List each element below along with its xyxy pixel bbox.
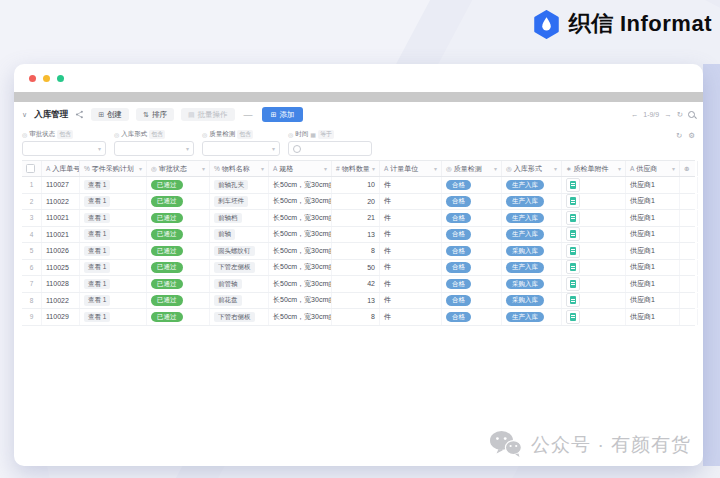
material-name-tag[interactable]: 前轴 — [214, 229, 235, 240]
cell-rownum: 7 — [22, 276, 42, 292]
view-toolbar: ∨ 入库管理 ⊞ 创建 ⇅ 排序 ▤ 批量操作 — ⊞ 添加 ← 1-9 — [14, 102, 703, 127]
attachment-file-button[interactable] — [566, 178, 580, 192]
sort-caret-icon[interactable]: ▾ — [324, 165, 327, 172]
add-button[interactable]: ⊞ 添加 — [262, 107, 304, 122]
filter-field-icon: ◎ — [114, 131, 119, 138]
view-plan-link[interactable]: 查看 1 — [84, 180, 110, 191]
filter-field-name: 入库形式 — [121, 130, 147, 139]
material-name-tag[interactable]: 下管右侧板 — [214, 312, 255, 323]
window-titlebar — [14, 64, 703, 92]
create-button[interactable]: ⊞ 创建 — [91, 108, 129, 122]
column-header-material[interactable]: %物料名称▾ — [210, 161, 269, 176]
page-title: 入库管理 — [34, 109, 68, 121]
attachment-file-button[interactable] — [566, 227, 580, 241]
sort-caret-icon[interactable]: ▾ — [202, 165, 205, 172]
filter-field-name: 质量检测 — [209, 130, 235, 139]
column-header-supplier[interactable]: A供应商▾ — [626, 161, 680, 176]
table-row[interactable]: 9110029查看 1已通过下管右侧板长50cm，宽30cm的SY18件合格生产… — [22, 309, 695, 326]
attachment-file-button[interactable] — [566, 260, 580, 274]
gear-icon[interactable]: ⚙ — [688, 131, 695, 140]
prev-page-arrow[interactable]: ← — [631, 110, 639, 119]
material-name-tag[interactable]: 前轴档 — [214, 213, 242, 224]
sort-caret-icon[interactable]: ▾ — [434, 165, 437, 172]
column-header-unit[interactable]: A计量单位▾ — [380, 161, 442, 176]
column-header-qty[interactable]: #物料数量▾ — [332, 161, 380, 176]
column-label: 入库单号 — [52, 164, 80, 174]
cell-plan: 查看 1 — [80, 227, 147, 243]
column-header-approval[interactable]: ◎审批状态▾ — [147, 161, 210, 176]
column-header-qc[interactable]: ◎质量检测▾ — [442, 161, 502, 176]
sort-button[interactable]: ⇅ 排序 — [136, 108, 174, 122]
material-name-tag[interactable]: 下管左侧板 — [214, 262, 255, 273]
sort-caret-icon[interactable]: ▾ — [672, 165, 675, 172]
attachment-file-button[interactable] — [566, 277, 580, 291]
material-name-tag[interactable]: 前轴孔夹 — [214, 180, 248, 191]
table-row[interactable]: 5110026查看 1已通过圆头螺纹钉长50cm，宽30cm的SY18件合格采购… — [22, 243, 695, 260]
filter-refresh-icon[interactable]: ↻ — [676, 131, 682, 140]
sort-caret-icon[interactable]: ▾ — [554, 165, 557, 172]
cell-plan: 查看 1 — [80, 293, 147, 309]
table-row[interactable]: 2110022查看 1已通过刹车坯件长50cm，宽30cm的SY120件合格生产… — [22, 194, 695, 211]
column-header-addcol[interactable]: ⊕ — [680, 161, 698, 176]
column-header-order[interactable]: A入库单号▾ — [42, 161, 80, 176]
view-plan-link[interactable]: 查看 1 — [84, 196, 110, 207]
material-name-tag[interactable]: 前管轴 — [214, 279, 242, 290]
material-name-tag[interactable]: 前花盘 — [214, 295, 242, 306]
attachment-file-button[interactable] — [566, 211, 580, 225]
cell-qty: 8 — [332, 243, 380, 259]
view-plan-link[interactable]: 查看 1 — [84, 246, 110, 257]
next-page-arrow[interactable]: → — [664, 110, 672, 119]
table-row[interactable]: 6110025查看 1已通过下管左侧板长50cm，宽30cm的SY150件合格生… — [22, 260, 695, 277]
table-row[interactable]: 3110021查看 1已通过前轴档长50cm，宽30cm的SY121件合格生产入… — [22, 210, 695, 227]
cell-addcol — [680, 243, 698, 259]
cell-spec: 长50cm，宽30cm的SY1 — [269, 177, 332, 193]
filter-operator-tag: 包含 — [57, 130, 73, 139]
column-header-rownum[interactable] — [22, 161, 42, 176]
sort-caret-icon[interactable]: ▾ — [618, 165, 621, 172]
attachment-file-button[interactable] — [566, 293, 580, 307]
attachment-file-button[interactable] — [566, 310, 580, 324]
attachment-file-button[interactable] — [566, 194, 580, 208]
table-row[interactable]: 1110027查看 1已通过前轴孔夹长50cm，宽30cm的SY110件合格生产… — [22, 177, 695, 194]
column-label: 审批状态 — [159, 164, 187, 174]
cell-rownum: 5 — [22, 243, 42, 259]
cell-qc: 合格 — [442, 194, 502, 210]
table-row[interactable]: 8110022查看 1已通过前花盘长50cm，宽30cm的SY113件合格采购入… — [22, 293, 695, 310]
table-row[interactable]: 7110028查看 1已通过前管轴长50cm，宽30cm的SY142件合格采购入… — [22, 276, 695, 293]
material-name-tag[interactable]: 圆头螺纹钉 — [214, 246, 255, 257]
attachment-doc-icon — [570, 280, 576, 288]
select-filter-input[interactable]: ▾ — [202, 141, 280, 156]
select-all-checkbox[interactable] — [26, 164, 35, 173]
refresh-icon[interactable]: ↻ — [677, 110, 683, 119]
sort-caret-icon[interactable]: ▾ — [494, 165, 497, 172]
view-plan-link[interactable]: 查看 1 — [84, 213, 110, 224]
maximize-window-button[interactable] — [57, 75, 64, 82]
view-plan-link[interactable]: 查看 1 — [84, 279, 110, 290]
view-plan-link[interactable]: 查看 1 — [84, 312, 110, 323]
select-filter-input[interactable]: ▾ — [114, 141, 194, 156]
sort-caret-icon[interactable]: ▾ — [139, 165, 142, 172]
view-plan-link[interactable]: 查看 1 — [84, 229, 110, 240]
column-header-plan[interactable]: %零件采购计划▾ — [80, 161, 147, 176]
num-field-icon: # — [336, 165, 340, 172]
material-name-tag[interactable]: 刹车坯件 — [214, 196, 248, 207]
calendar-icon: ▦ — [310, 131, 316, 138]
search-icon[interactable] — [688, 111, 695, 118]
column-header-spec[interactable]: A规格▾ — [269, 161, 332, 176]
table-row[interactable]: 4110021查看 1已通过前轴长50cm，宽30cm的SY113件合格生产入库… — [22, 227, 695, 244]
view-plan-link[interactable]: 查看 1 — [84, 262, 110, 273]
close-window-button[interactable] — [29, 75, 36, 82]
collapse-minus-icon[interactable]: — — [242, 110, 255, 120]
select-filter-input[interactable]: ▾ — [22, 141, 106, 156]
minimize-window-button[interactable] — [43, 75, 50, 82]
chevron-down-icon[interactable]: ∨ — [22, 111, 27, 119]
share-icon[interactable] — [75, 110, 84, 119]
sort-caret-icon[interactable]: ▾ — [372, 165, 375, 172]
batch-actions-button[interactable]: ▤ 批量操作 — [181, 108, 235, 122]
column-header-form[interactable]: ◎入库形式▾ — [502, 161, 562, 176]
time-filter-input[interactable] — [288, 141, 372, 156]
column-header-attach[interactable]: ∗质检单附件▾ — [562, 161, 626, 176]
view-plan-link[interactable]: 查看 1 — [84, 295, 110, 306]
sort-caret-icon[interactable]: ▾ — [261, 165, 264, 172]
attachment-file-button[interactable] — [566, 244, 580, 258]
